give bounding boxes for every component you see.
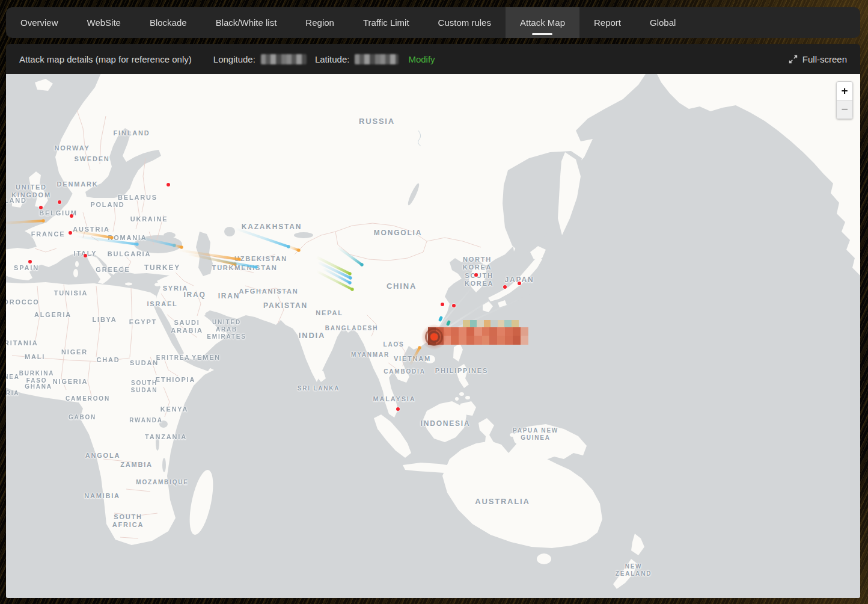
nav-bar: OverviewWebSiteBlockadeBlack/White listR…	[6, 7, 860, 38]
attack-source-dot	[396, 407, 400, 411]
latitude-value-redacted	[355, 54, 399, 64]
attack-source-dot	[518, 282, 521, 285]
tab-overview[interactable]: Overview	[6, 7, 73, 38]
tab-attack-map[interactable]: Attack Map	[506, 7, 579, 38]
attack-source-dot	[69, 231, 72, 235]
tab-region[interactable]: Region	[291, 7, 349, 38]
attack-source-dot	[167, 183, 170, 186]
tab-traffic-limit[interactable]: Traffic Limit	[349, 7, 424, 38]
tab-global[interactable]: Global	[635, 7, 690, 38]
target-core	[430, 333, 438, 341]
fullscreen-button[interactable]: Full-screen	[789, 54, 847, 64]
tab-website[interactable]: WebSite	[73, 7, 135, 38]
attack-source-dot	[28, 260, 32, 263]
toolbar-title: Attack map details (map for reference on…	[19, 54, 192, 64]
attack-source-dot	[58, 200, 61, 204]
tab-blockade[interactable]: Blockade	[135, 7, 201, 38]
longitude-label: Longitude:	[213, 54, 255, 64]
map-toolbar: Attack map details (map for reference on…	[6, 44, 860, 74]
attack-source-dot	[441, 303, 444, 306]
attack-source-dot	[452, 304, 456, 307]
nav-tabs: OverviewWebSiteBlockadeBlack/White listR…	[6, 7, 860, 38]
attack-map[interactable]: RUSSIAFINLANDNORWAYSWEDENDENMARKUNITED K…	[6, 74, 860, 598]
tab-custom-rules[interactable]: Custom rules	[424, 7, 506, 38]
map-zoom-control: + −	[836, 81, 853, 119]
attack-source-dot	[70, 214, 73, 218]
fullscreen-icon	[789, 55, 798, 64]
tab-black-white-list[interactable]: Black/White list	[201, 7, 292, 38]
longitude-value-redacted	[261, 54, 307, 64]
attack-source-dot	[39, 206, 43, 209]
latitude-label: Latitude:	[315, 54, 350, 64]
attack-source-dot	[474, 273, 478, 277]
zoom-out-button[interactable]: −	[837, 100, 852, 119]
modify-link[interactable]: Modify	[408, 54, 435, 64]
attack-source-dot	[503, 285, 507, 289]
fullscreen-label: Full-screen	[802, 54, 847, 64]
tab-report[interactable]: Report	[579, 7, 635, 38]
attack-source-dot	[84, 254, 87, 257]
zoom-in-button[interactable]: +	[837, 82, 852, 100]
